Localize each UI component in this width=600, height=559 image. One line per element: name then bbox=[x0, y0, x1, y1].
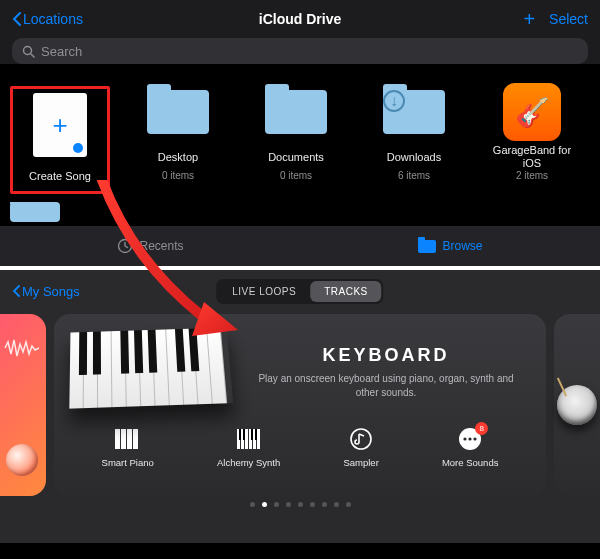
page-dot[interactable] bbox=[262, 502, 267, 507]
create-song-item[interactable]: + Create Song bbox=[10, 86, 110, 194]
option-smart-piano[interactable]: Smart Piano bbox=[102, 426, 154, 468]
instrument-title: KEYBOARD bbox=[242, 345, 530, 366]
mode-segmented-control[interactable]: LIVE LOOPS TRACKS bbox=[216, 279, 383, 304]
knob-icon bbox=[6, 444, 38, 476]
drum-icon bbox=[557, 385, 597, 425]
item-label: GarageBand for iOS bbox=[493, 144, 571, 170]
search-icon bbox=[22, 45, 35, 58]
tab-label: Browse bbox=[442, 239, 482, 253]
option-sampler[interactable]: Sampler bbox=[343, 426, 378, 468]
sampler-icon bbox=[347, 426, 375, 452]
badge-count: 8 bbox=[475, 422, 488, 435]
svg-point-20 bbox=[464, 437, 467, 440]
page-title: iCloud Drive bbox=[259, 11, 341, 27]
svg-rect-5 bbox=[121, 429, 126, 449]
item-sub: 6 items bbox=[398, 170, 430, 181]
piano-icon bbox=[70, 327, 230, 417]
chevron-left-icon bbox=[12, 12, 21, 26]
item-label: Create Song bbox=[29, 163, 91, 189]
folder-icon bbox=[418, 240, 436, 253]
svg-point-0 bbox=[24, 46, 32, 54]
search-input[interactable]: Search bbox=[12, 38, 588, 64]
add-button[interactable]: + bbox=[523, 9, 535, 29]
page-dot[interactable] bbox=[298, 502, 303, 507]
plus-icon: + bbox=[52, 112, 67, 138]
instrument-desc: Play an onscreen keyboard using piano, o… bbox=[242, 372, 530, 399]
page-dot[interactable] bbox=[250, 502, 255, 507]
svg-rect-6 bbox=[127, 429, 132, 449]
folder-downloads[interactable]: ↓ Downloads 6 items bbox=[364, 86, 464, 194]
page-dot[interactable] bbox=[286, 502, 291, 507]
gb-navbar: My Songs LIVE LOOPS TRACKS bbox=[0, 276, 600, 306]
option-more-sounds[interactable]: 8 More Sounds bbox=[442, 426, 499, 468]
page-dots bbox=[0, 502, 600, 507]
keyboard-card[interactable]: KEYBOARD Play an onscreen keyboard using… bbox=[54, 314, 546, 496]
keyboard-options: Smart Piano Alchemy Synth Sampler bbox=[70, 426, 530, 468]
download-icon: ↓ bbox=[383, 90, 405, 112]
back-label: Locations bbox=[23, 11, 83, 27]
garageband-app: My Songs LIVE LOOPS TRACKS bbox=[0, 270, 600, 543]
svg-rect-4 bbox=[115, 429, 120, 449]
my-songs-button[interactable]: My Songs bbox=[12, 284, 80, 299]
item-sub: 0 items bbox=[162, 170, 194, 181]
page-dot[interactable] bbox=[334, 502, 339, 507]
keyboard-text: KEYBOARD Play an onscreen keyboard using… bbox=[242, 345, 530, 399]
segment-tracks[interactable]: TRACKS bbox=[310, 281, 382, 302]
svg-point-21 bbox=[469, 437, 472, 440]
svg-rect-14 bbox=[239, 429, 241, 440]
alchemy-synth-icon bbox=[235, 426, 263, 452]
option-alchemy-synth[interactable]: Alchemy Synth bbox=[217, 426, 280, 468]
svg-rect-7 bbox=[133, 429, 138, 449]
svg-rect-16 bbox=[251, 429, 253, 440]
garageband-icon: 🎸 bbox=[503, 83, 561, 141]
item-label: Desktop bbox=[158, 144, 198, 170]
back-button[interactable]: Locations bbox=[12, 11, 83, 27]
svg-rect-13 bbox=[257, 429, 260, 449]
folder-icon bbox=[265, 90, 327, 134]
item-sub: 0 items bbox=[280, 170, 312, 181]
svg-line-1 bbox=[31, 54, 34, 57]
select-button[interactable]: Select bbox=[549, 11, 588, 27]
file-grid: + Create Song Desktop 0 items Documents … bbox=[0, 74, 600, 202]
top-navbar: Locations iCloud Drive + Select bbox=[12, 6, 588, 32]
svg-rect-17 bbox=[255, 429, 257, 440]
page-dot[interactable] bbox=[322, 502, 327, 507]
tab-recents[interactable]: Recents bbox=[117, 238, 183, 254]
item-label: Downloads bbox=[387, 144, 441, 170]
page-dot[interactable] bbox=[310, 502, 315, 507]
svg-rect-10 bbox=[245, 429, 248, 449]
svg-point-18 bbox=[351, 429, 371, 449]
back-label: My Songs bbox=[22, 284, 80, 299]
tab-label: Recents bbox=[139, 239, 183, 253]
folder-desktop[interactable]: Desktop 0 items bbox=[128, 86, 228, 194]
folder-icon: ↓ bbox=[383, 90, 445, 134]
item-label: Documents bbox=[268, 144, 324, 170]
option-label: Alchemy Synth bbox=[217, 457, 280, 468]
folder-documents[interactable]: Documents 0 items bbox=[246, 86, 346, 194]
folder-icon bbox=[147, 90, 209, 134]
folder-icon bbox=[10, 202, 60, 222]
create-song-tile: + bbox=[33, 93, 87, 157]
files-tabbar: Recents Browse bbox=[0, 226, 600, 266]
instrument-carousel[interactable]: KEYBOARD Play an onscreen keyboard using… bbox=[0, 306, 600, 496]
option-label: More Sounds bbox=[442, 457, 499, 468]
item-sub: 2 items bbox=[516, 170, 548, 181]
folder-garageband[interactable]: 🎸 GarageBand for iOS 2 items bbox=[482, 86, 582, 194]
search-placeholder: Search bbox=[41, 44, 82, 59]
next-row-peek bbox=[0, 202, 600, 226]
more-sounds-icon: 8 bbox=[456, 426, 484, 452]
segment-live-loops[interactable]: LIVE LOOPS bbox=[218, 281, 310, 302]
option-label: Sampler bbox=[343, 457, 378, 468]
files-app: Locations iCloud Drive + Select Search bbox=[0, 0, 600, 64]
tab-browse[interactable]: Browse bbox=[418, 239, 482, 253]
svg-point-22 bbox=[474, 437, 477, 440]
next-instrument-card[interactable] bbox=[554, 314, 600, 496]
prev-instrument-card[interactable] bbox=[0, 314, 46, 496]
chevron-left-icon bbox=[12, 285, 20, 297]
waveform-icon bbox=[4, 336, 40, 360]
navbar-actions: + Select bbox=[523, 9, 588, 29]
page-dot[interactable] bbox=[346, 502, 351, 507]
clock-icon bbox=[117, 238, 133, 254]
option-label: Smart Piano bbox=[102, 457, 154, 468]
page-dot[interactable] bbox=[274, 502, 279, 507]
